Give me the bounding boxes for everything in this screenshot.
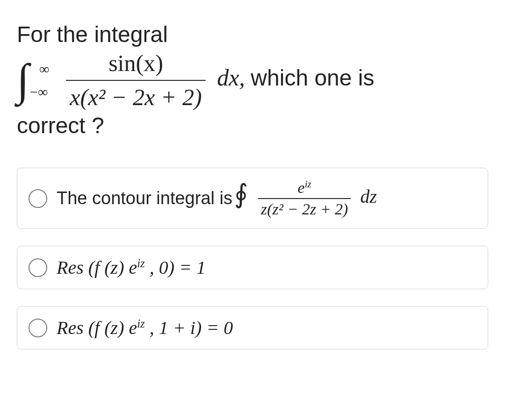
integrand-numerator: sin(x)	[66, 49, 205, 80]
question-page: For the integral ∫ ∞ −∞ sin(x) x(x² − 2x…	[0, 0, 505, 349]
question-integral: ∫ ∞ −∞ sin(x) x(x² − 2x + 2) dx,	[17, 64, 251, 91]
option-contour-integral[interactable]: The contour integral is ∮ eiz z(z² − 2z …	[17, 168, 488, 229]
question-prefix: For the integral	[17, 22, 168, 47]
option-formula: Res (f (z) eiz , 1 + i) = 0	[57, 317, 233, 339]
question-suffix-2: correct ?	[17, 113, 104, 138]
option-residue-at-0[interactable]: Res (f (z) eiz , 0) = 1	[17, 246, 488, 289]
option-residue-at-1plusi[interactable]: Res (f (z) eiz , 1 + i) = 0	[17, 306, 488, 349]
option-formula: Res (f (z) eiz , 0) = 1	[57, 256, 206, 278]
question-suffix-1: which one is	[251, 65, 374, 90]
question-stem: For the integral ∫ ∞ −∞ sin(x) x(x² − 2x…	[17, 21, 488, 140]
option-formula: ∮ eiz z(z² − 2z + 2) dz	[232, 178, 377, 218]
radio-icon[interactable]	[29, 258, 47, 277]
option-leading-text: The contour integral is	[57, 188, 232, 208]
integral-upper-limit: ∞	[39, 60, 49, 78]
option-list: The contour integral is ∮ eiz z(z² − 2z …	[17, 168, 488, 349]
contour-trailing: dz	[360, 186, 377, 207]
contour-frac-den: z(z² − 2z + 2)	[258, 198, 351, 218]
radio-icon[interactable]	[29, 189, 47, 208]
integral-lower-limit: −∞	[30, 83, 48, 101]
contour-integral-symbol: ∮	[234, 184, 248, 205]
contour-frac-num: eiz	[258, 178, 351, 198]
integrand-denominator: x(x² − 2x + 2)	[66, 80, 205, 112]
integral-dx: dx,	[217, 64, 245, 91]
radio-icon[interactable]	[29, 319, 47, 337]
